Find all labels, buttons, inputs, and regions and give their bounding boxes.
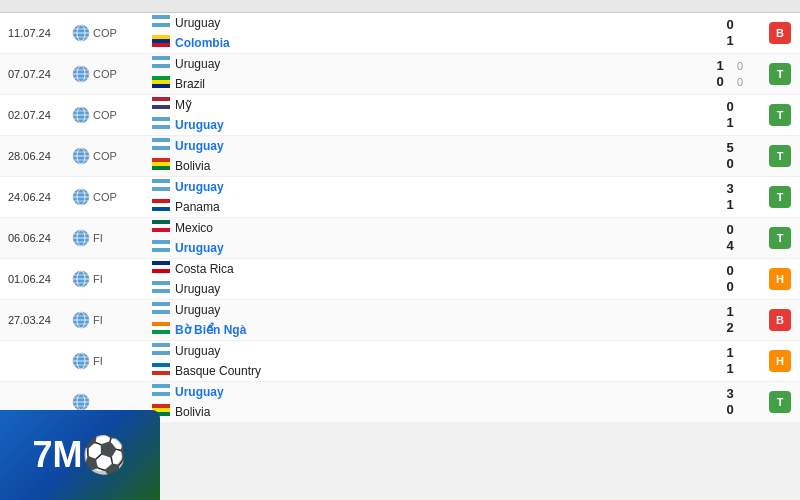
svg-rect-43	[152, 166, 170, 170]
match-badge-cell: T	[760, 227, 800, 249]
team-flag	[152, 76, 170, 92]
svg-rect-61	[152, 224, 170, 228]
match-date: 27.03.24	[0, 314, 72, 326]
match-result-badge: T	[769, 391, 791, 413]
team-line: Uruguay	[152, 300, 700, 320]
match-row[interactable]: 07.07.24 COP Uruguay Brazil1000T	[0, 54, 800, 95]
match-row[interactable]: 24.06.24 COP Uruguay Panama31T	[0, 177, 800, 218]
matches-list: 11.07.24 COP Uruguay Colombia01B07.07.24…	[0, 13, 800, 423]
score-line: 0	[724, 17, 736, 33]
svg-rect-105	[152, 388, 170, 392]
match-row[interactable]: 27.03.24 FI Uruguay Bờ Biển Ngà12B	[0, 300, 800, 341]
match-teams: Uruguay Panama	[152, 177, 700, 217]
svg-rect-16	[152, 56, 170, 60]
svg-rect-62	[152, 228, 170, 232]
section-header	[0, 0, 800, 13]
svg-rect-18	[152, 64, 170, 68]
team-name: Uruguay	[175, 15, 295, 31]
match-row[interactable]: 01.06.24 FI Costa Rica Uruguay00H	[0, 259, 800, 300]
score-line: 0	[724, 279, 736, 295]
team-line: Uruguay	[152, 279, 700, 299]
svg-rect-20	[152, 80, 170, 84]
svg-rect-64	[152, 244, 170, 248]
team-name: Uruguay	[175, 281, 295, 297]
match-score: 01	[700, 99, 760, 131]
team-flag	[152, 97, 170, 113]
team-name: Uruguay	[175, 302, 295, 318]
svg-rect-40	[152, 146, 170, 150]
team-line: Uruguay	[152, 54, 700, 74]
match-competition: COP	[72, 188, 152, 206]
score-line: 1	[724, 33, 736, 49]
match-competition: COP	[72, 65, 152, 83]
competition-label: FI	[93, 273, 103, 285]
match-row[interactable]: 02.07.24 COP Mỹ Uruguay01T	[0, 95, 800, 136]
svg-rect-60	[152, 220, 170, 224]
score-line: 0	[724, 156, 736, 172]
match-date: 07.07.24	[0, 68, 72, 80]
match-score: 1000	[700, 58, 760, 90]
match-date: 01.06.24	[0, 273, 72, 285]
watermark-7m: 7M⚽	[32, 437, 127, 473]
match-badge-cell: T	[760, 391, 800, 413]
score-main: 0	[724, 263, 736, 279]
team-flag	[152, 138, 170, 154]
svg-rect-42	[152, 162, 170, 166]
match-badge-cell: H	[760, 350, 800, 372]
svg-rect-38	[152, 138, 170, 142]
team-line: Uruguay	[152, 136, 700, 156]
svg-rect-52	[152, 199, 170, 203]
score-line: 0	[724, 263, 736, 279]
team-line: Mỹ	[152, 95, 700, 115]
match-result-badge: T	[769, 227, 791, 249]
score-line: 1	[724, 115, 736, 131]
match-row[interactable]: FI Uruguay Basque Country11H	[0, 341, 800, 382]
match-result-badge: T	[769, 63, 791, 85]
team-line: Mexico	[152, 218, 700, 238]
score-line: 1	[724, 361, 736, 377]
competition-label: COP	[93, 191, 117, 203]
team-flag	[152, 240, 170, 256]
team-name: Uruguay	[175, 384, 295, 400]
team-line: Bolivia	[152, 402, 700, 422]
team-name: Bờ Biển Ngà	[175, 322, 295, 338]
match-score: 31	[700, 181, 760, 213]
watermark-logo: 7M⚽	[32, 437, 127, 473]
team-line: Uruguay	[152, 115, 700, 135]
match-row[interactable]: 06.06.24 FI Mexico Uruguay04T	[0, 218, 800, 259]
team-line: Basque Country	[152, 361, 700, 381]
team-line: Uruguay	[152, 13, 700, 33]
team-flag	[152, 343, 170, 359]
score-main: 0	[724, 402, 736, 418]
match-row[interactable]: 28.06.24 COP Uruguay Bolivia50T	[0, 136, 800, 177]
match-badge-cell: B	[760, 22, 800, 44]
svg-rect-85	[152, 322, 170, 326]
svg-rect-73	[152, 269, 170, 273]
score-main: 0	[724, 222, 736, 238]
match-result-badge: T	[769, 145, 791, 167]
match-date: 11.07.24	[0, 27, 72, 39]
match-row[interactable]: 11.07.24 COP Uruguay Colombia01B	[0, 13, 800, 54]
score-main: 1	[714, 58, 726, 74]
match-competition: FI	[72, 352, 152, 370]
score-main: 2	[724, 320, 736, 336]
watermark: 7M⚽	[0, 410, 160, 500]
team-name: Bolivia	[175, 158, 295, 174]
score-main: 1	[724, 304, 736, 320]
match-competition: COP	[72, 24, 152, 42]
score-main: 0	[724, 17, 736, 33]
score-line: 00	[714, 74, 746, 90]
team-flag	[152, 199, 170, 215]
svg-rect-107	[152, 404, 170, 408]
competition-label: COP	[93, 27, 117, 39]
svg-rect-95	[152, 351, 170, 355]
match-competition: FI	[72, 229, 152, 247]
team-flag	[152, 261, 170, 277]
competition-label: FI	[93, 314, 103, 326]
match-score: 00	[700, 263, 760, 295]
team-line: Uruguay	[152, 341, 700, 361]
match-score: 50	[700, 140, 760, 172]
match-score: 12	[700, 304, 760, 336]
match-score: 11	[700, 345, 760, 377]
score-main: 3	[724, 181, 736, 197]
